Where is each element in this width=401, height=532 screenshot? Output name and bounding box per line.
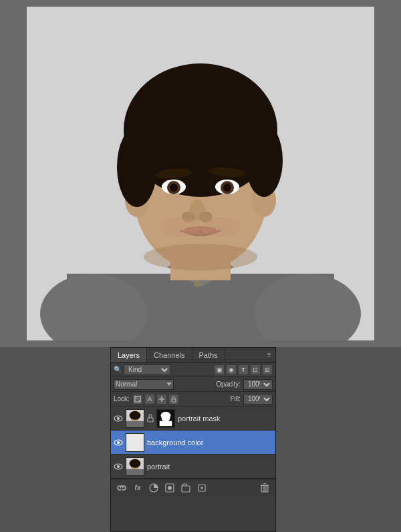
layers-panel: Layers Channels Paths ≡ 🔍 Kind ▣ ◉ T ⊡ ⊞…: [110, 347, 276, 532]
lock-all-button[interactable]: [168, 394, 179, 405]
visibility-eye-portrait[interactable]: [114, 462, 123, 471]
link-layers-button[interactable]: [115, 482, 128, 494]
kind-select[interactable]: Kind: [124, 364, 170, 375]
svg-point-28: [200, 217, 241, 237]
svg-point-55: [117, 441, 120, 444]
new-fill-adjustment-button[interactable]: [147, 482, 160, 494]
svg-point-22: [223, 184, 231, 192]
svg-point-47: [130, 411, 141, 419]
svg-rect-42: [172, 399, 176, 402]
blend-row: Normal Multiply Screen Overlay Opacity: …: [111, 377, 275, 392]
new-group-button[interactable]: [179, 482, 192, 494]
fill-select[interactable]: 100% 75% 50%: [243, 394, 273, 405]
svg-point-32: [194, 280, 200, 287]
link-icon-portrait-mask[interactable]: [147, 414, 154, 423]
panel-toolbar: fx: [111, 479, 275, 496]
text-filter-icon[interactable]: T: [238, 364, 249, 375]
opacity-select[interactable]: 100% 75% 50% 25%: [243, 379, 273, 390]
lock-paint-button[interactable]: [144, 394, 155, 405]
tab-layers[interactable]: Layers: [111, 348, 147, 362]
smart-filter-icon[interactable]: ⊞: [262, 364, 273, 375]
kind-select-wrapper: Kind: [124, 364, 170, 375]
svg-rect-49: [148, 418, 153, 422]
visibility-eye-portrait-mask[interactable]: [114, 414, 123, 423]
shape-filter-icon[interactable]: ⊡: [250, 364, 261, 375]
panel-menu-button[interactable]: ≡: [263, 348, 275, 362]
lock-icons: [132, 394, 179, 405]
tab-channels[interactable]: Channels: [147, 348, 192, 362]
layer-thumb-background-color: [126, 433, 144, 452]
svg-rect-65: [182, 486, 190, 492]
svg-marker-39: [160, 400, 162, 402]
portrait-background: [27, 7, 374, 340]
layer-name-portrait: portrait: [147, 463, 273, 471]
canvas-area: [0, 0, 401, 347]
svg-point-14: [137, 127, 264, 160]
layer-row-portrait-mask[interactable]: portrait mask: [111, 407, 275, 431]
svg-point-19: [170, 184, 178, 192]
lock-move-button[interactable]: [156, 394, 167, 405]
svg-line-34: [135, 396, 140, 402]
svg-point-13: [157, 80, 237, 134]
layer-mask-thumb-portrait-mask: [156, 409, 175, 428]
svg-marker-41: [162, 398, 164, 400]
fill-label: Fill:: [230, 395, 241, 403]
svg-point-52: [161, 411, 171, 419]
lock-row: Lock: Fill: 100% 75% 50%: [111, 392, 275, 407]
svg-rect-53: [160, 421, 172, 425]
lock-pixels-button[interactable]: [132, 394, 143, 405]
fx-button[interactable]: fx: [131, 482, 144, 494]
layer-name-portrait-mask: portrait mask: [178, 415, 273, 423]
svg-marker-38: [160, 396, 162, 398]
svg-point-64: [168, 486, 172, 490]
filter-icons: ▣ ◉ T ⊡ ⊞: [214, 364, 273, 375]
svg-point-60: [130, 459, 141, 467]
svg-point-57: [117, 465, 120, 468]
tab-paths[interactable]: Paths: [192, 348, 225, 362]
svg-rect-48: [126, 421, 144, 427]
layer-row-portrait[interactable]: portrait: [111, 455, 275, 479]
blend-mode-wrapper: Normal Multiply Screen Overlay: [114, 379, 174, 390]
layer-mask-button[interactable]: [163, 482, 176, 494]
lock-label: Lock:: [114, 395, 130, 403]
layer-row-background-color[interactable]: background color: [111, 431, 275, 455]
pixel-filter-icon[interactable]: ▣: [214, 364, 225, 375]
photo-canvas: [27, 7, 374, 340]
svg-marker-40: [159, 398, 161, 400]
svg-point-29: [144, 244, 257, 270]
opacity-wrapper: 100% 75% 50% 25%: [243, 379, 273, 390]
panel-tabs: Layers Channels Paths ≡: [111, 348, 275, 362]
fill-wrapper: 100% 75% 50%: [243, 394, 273, 405]
svg-point-27: [160, 217, 200, 237]
layer-name-background-color: background color: [147, 439, 273, 447]
filter-row: 🔍 Kind ▣ ◉ T ⊡ ⊞: [111, 362, 275, 377]
search-icon: 🔍: [114, 366, 122, 373]
portrait-svg: [27, 7, 374, 340]
blend-mode-select[interactable]: Normal Multiply Screen Overlay: [114, 379, 174, 390]
layer-thumb-portrait: [126, 457, 144, 476]
svg-rect-61: [126, 469, 144, 475]
layer-thumb-portrait-mask: [126, 409, 144, 428]
visibility-eye-background-color[interactable]: [114, 438, 123, 447]
opacity-label: Opacity:: [216, 380, 241, 388]
svg-point-44: [117, 417, 120, 420]
adjustment-filter-icon[interactable]: ◉: [226, 364, 237, 375]
new-layer-button[interactable]: [195, 482, 209, 494]
delete-layer-button[interactable]: [258, 482, 271, 494]
